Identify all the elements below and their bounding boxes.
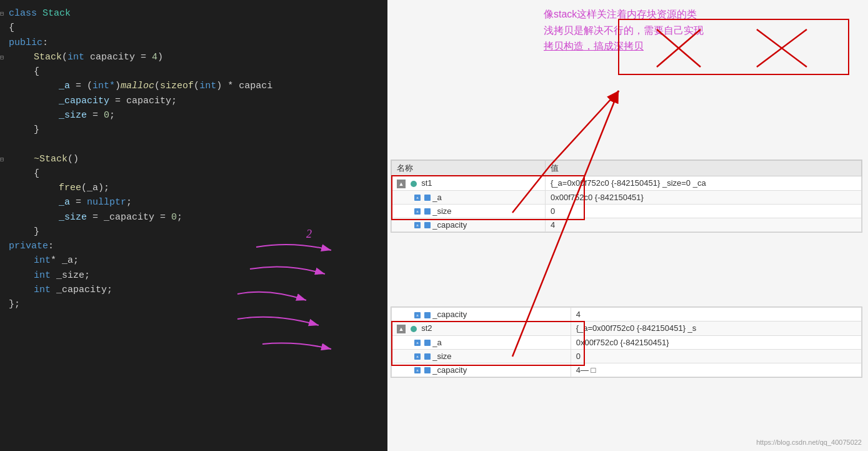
keyword-public: public: [9, 36, 42, 50]
table2-row0-value: 4: [571, 308, 861, 322]
field-icon-cap2: [424, 222, 431, 228]
debug-table-1: 名称 值 ▲ st1 {_a=0x00f752c0 {-842150451} _…: [391, 160, 862, 233]
table1-row2-name: a _a: [392, 190, 546, 204]
table-row: ▲ st1 {_a=0x00f752c0 {-842150451} _size=…: [392, 176, 862, 191]
code-line-13: free(_a);: [0, 181, 387, 195]
table1-header-name: 名称: [392, 161, 546, 176]
code-line-17: private:: [0, 239, 387, 253]
field-icon-cap-top2: [424, 312, 431, 318]
code-line-19: int _size;: [0, 268, 387, 283]
table1-row2-value: 0x00f752c0 {-842150451}: [546, 190, 862, 204]
table2-row2-name: a _a: [392, 335, 571, 349]
table-row: a _capacity 4— □: [392, 363, 862, 377]
colon-public: :: [42, 36, 48, 50]
annotation-box: [618, 19, 849, 75]
dot-icon: [411, 181, 417, 187]
debug-table-2: a _capacity 4 ▲ st2 {_a=0x00f752c0 {-842…: [391, 307, 862, 378]
table2-row3-value: 0: [571, 349, 861, 363]
field-icon-a: a: [414, 195, 421, 201]
table1-row4-value: 4: [546, 218, 862, 231]
field-icon-cap: a: [414, 222, 421, 228]
debug-table-2-table: a _capacity 4 ▲ st2 {_a=0x00f752c0 {-842…: [391, 307, 862, 377]
watermark: https://blog.csdn.net/qq_40075022: [756, 438, 862, 446]
code-line-15: _size = _capacity = 0;: [0, 210, 387, 225]
field-icon-cap-st2-2: [424, 367, 431, 373]
code-line-2: {: [0, 21, 387, 35]
collapse-icon-1[interactable]: [0, 9, 9, 19]
x-marks-svg: [619, 20, 848, 74]
code-line-1: class Stack: [0, 6, 387, 21]
table2-row1-name: ▲ st2: [392, 322, 571, 336]
code-line-5: {: [0, 64, 387, 79]
field-icon-cap-st2: a: [414, 367, 421, 373]
table1-row3-name: a _size: [392, 204, 546, 218]
field-icon-size2: [424, 208, 431, 215]
table2-row2-value: 0x00f752c0 {-842150451}: [571, 335, 861, 349]
table1-row3-value: 0: [546, 204, 862, 218]
table-row: a _capacity 4: [392, 218, 862, 231]
code-line-7: _capacity = capacity;: [0, 94, 387, 108]
table2-row4-name: a _capacity: [392, 363, 571, 377]
expand-icon[interactable]: ▲: [397, 180, 406, 188]
table1-row4-name: a _capacity: [392, 218, 546, 231]
code-line-3: public:: [0, 36, 387, 50]
table-row: a _a 0x00f752c0 {-842150451}: [392, 335, 862, 349]
collapse-icon-11[interactable]: [0, 155, 9, 165]
code-line-20: int _capacity;: [0, 283, 387, 297]
dot-icon-st2: [411, 326, 417, 332]
table1-row1-value: {_a=0x00f752c0 {-842150451} _size=0 _ca: [546, 176, 862, 191]
table1-header-value: 值: [546, 161, 862, 176]
code-area: class Stack { public: Stack(int capacity…: [0, 0, 387, 451]
code-line-11: ~Stack(): [0, 152, 387, 166]
code-line-18: int* _a;: [0, 253, 387, 268]
code-line-14: _a = nullptr;: [0, 195, 387, 210]
right-panel: 像stack这样关注着内存块资源的类 浅拷贝是解决不行的，需要自己实现 拷贝构造…: [387, 0, 868, 451]
code-line-4: Stack(int capacity = 4): [0, 50, 387, 64]
expand-icon-st2[interactable]: ▲: [397, 325, 406, 333]
field-icon-size-st2: a: [414, 353, 421, 360]
code-line-21: };: [0, 297, 387, 312]
keyword-class: class: [9, 6, 42, 21]
table-row: a _size 0: [392, 349, 862, 363]
field-icon-a-st2: a: [414, 340, 421, 346]
fn-constructor: Stack: [34, 52, 62, 63]
debug-table-1-table: 名称 值 ▲ st1 {_a=0x00f752c0 {-842150451} _…: [391, 160, 862, 232]
field-icon-a-st2-2: [424, 340, 431, 346]
table2-row4-value: 4— □: [571, 363, 861, 377]
field-icon-size-st2-2: [424, 353, 431, 360]
code-line-6: _a = (int*)malloc(sizeof(int) * capaci: [0, 79, 387, 93]
code-line-16: }: [0, 225, 387, 239]
table-row: a _size 0: [392, 204, 862, 218]
table-row: ▲ st2 {_a=0x00f752c0 {-842150451} _s: [392, 322, 862, 336]
table2-row1-value: {_a=0x00f752c0 {-842150451} _s: [571, 322, 861, 336]
field-icon-size: a: [414, 208, 421, 215]
table-row: a _capacity 4: [392, 308, 862, 322]
code-line-9: }: [0, 123, 387, 137]
code-line-8: _size = 0;: [0, 108, 387, 123]
table-row: a _a 0x00f752c0 {-842150451}: [392, 190, 862, 204]
class-name: Stack: [42, 6, 71, 21]
table2-row0-name: a _capacity: [392, 308, 571, 322]
code-line-12: {: [0, 166, 387, 181]
code-line-10: [0, 137, 387, 151]
table2-row3-name: a _size: [392, 349, 571, 363]
table1-row1-name: ▲ st1: [392, 176, 546, 191]
field-icon-cap-top: a: [414, 312, 421, 318]
brace-open-1: {: [9, 21, 14, 35]
field-icon-a2: [424, 195, 431, 201]
collapse-icon-4[interactable]: [0, 53, 9, 63]
